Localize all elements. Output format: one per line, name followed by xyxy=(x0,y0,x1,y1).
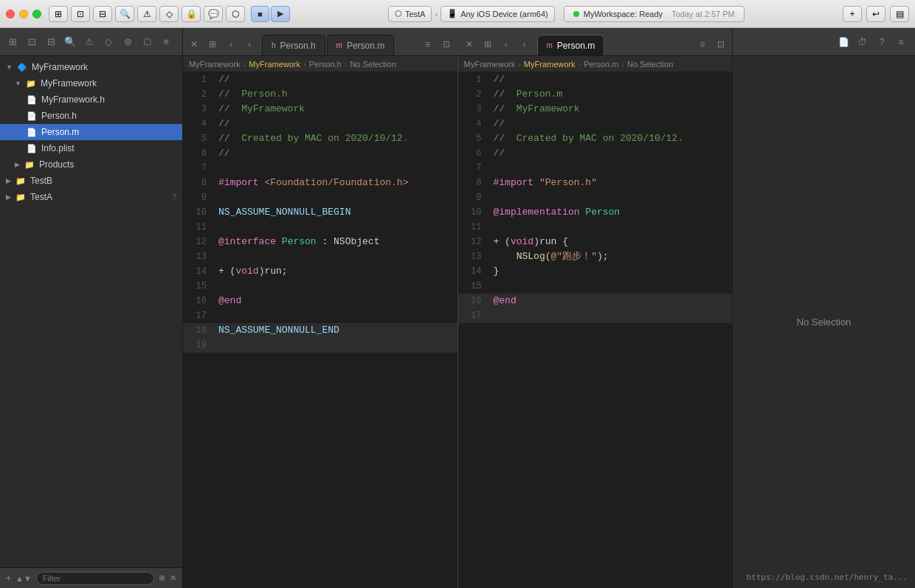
code-line: 7 xyxy=(183,161,458,176)
sidebar-btn-8[interactable]: ⬡ xyxy=(139,34,155,50)
rbc-sep1: › xyxy=(518,60,521,69)
sidebar-btn-5[interactable]: ⚠ xyxy=(81,34,97,50)
lock-btn[interactable]: 🔒 xyxy=(182,6,201,22)
folder-icon: 📁 xyxy=(24,160,35,170)
sidebar-label-myframework-h: MyFramework.h xyxy=(41,94,105,105)
root-label: MyFramework xyxy=(32,62,88,72)
sidebar-item-products[interactable]: ▶ 📁 Products xyxy=(0,156,182,173)
left-grid-btn[interactable]: ⊞ xyxy=(204,36,221,52)
bc-sep3: › xyxy=(345,60,348,69)
diamond-btn[interactable]: ◇ xyxy=(159,6,179,22)
sidebar-item-testb[interactable]: ▶ 📁 TestB xyxy=(0,173,182,189)
search-btn[interactable]: 🔍 xyxy=(115,6,134,22)
left-layout-btn[interactable]: ≡ xyxy=(420,36,436,52)
hierarchy-btn[interactable]: ⊟ xyxy=(93,6,112,22)
code-line: 5 // Created by MAC on 2020/10/12. xyxy=(458,131,733,146)
left-close-btn[interactable]: ✕ xyxy=(186,36,202,52)
sidebar-btn-7[interactable]: ⊛ xyxy=(120,34,136,50)
right-prev-btn[interactable]: ‹ xyxy=(498,36,514,52)
warning-btn[interactable]: ⚠ xyxy=(137,6,156,22)
tab-person-m-left[interactable]: m Person.m xyxy=(327,35,395,55)
left-expand-btn[interactable]: ⊡ xyxy=(438,36,455,52)
minimize-button[interactable] xyxy=(19,10,28,18)
titlebar-center: ⬡ TestA › 📱 Any iOS Device (arm64) MyWor… xyxy=(290,6,843,22)
sidebar-toolbar: ⊞ ⊡ ⊟ 🔍 ⚠ ◇ ⊛ ⬡ ≡ xyxy=(0,28,182,56)
rp-btn-3[interactable]: ? xyxy=(874,34,890,50)
sidebar-btn-6[interactable]: ◇ xyxy=(100,34,117,50)
m-file-icon: 📄 xyxy=(27,128,37,137)
sidebar-btn-4[interactable]: 🔍 xyxy=(62,34,78,50)
sidebar-label-person-h: Person.h xyxy=(41,111,77,121)
right-code-area[interactable]: 1 // 2 // Person.m 3 // MyFramework 4 // xyxy=(458,72,733,588)
left-prev-btn[interactable]: ‹ xyxy=(223,36,239,52)
folder-icon: 📁 xyxy=(26,79,36,89)
rp-btn-2[interactable]: ⏱ xyxy=(854,34,871,50)
sort-icon[interactable]: ▲▼ xyxy=(15,574,32,583)
code-line: 9 xyxy=(183,190,458,205)
new-tab-btn[interactable]: + xyxy=(843,6,862,22)
arrow-icon: ▼ xyxy=(15,80,21,87)
right-next-btn[interactable]: › xyxy=(517,36,533,52)
tab-label-person-m-left: Person.m xyxy=(347,41,384,51)
no-selection-label: No Selection xyxy=(797,317,852,328)
left-next-btn[interactable]: › xyxy=(241,36,258,52)
arrow-icon: ▶ xyxy=(6,177,11,184)
filter-input[interactable] xyxy=(36,572,154,585)
code-line: 9 xyxy=(458,190,733,205)
right-tab-right-btns: ≡ ⊡ xyxy=(694,36,729,52)
titlebar-right: + ↩ ▤ xyxy=(843,6,909,22)
sidebar-btn-1[interactable]: ⊞ xyxy=(4,34,21,50)
m-icon: m xyxy=(547,41,553,49)
sidebar-item-root[interactable]: ▼ 🔷 MyFramework xyxy=(0,59,182,75)
code-line: 10 @implementation Person xyxy=(458,205,733,220)
breakpoint-btn[interactable]: ⬡ xyxy=(226,6,245,22)
sidebar-btn-9[interactable]: ≡ xyxy=(158,34,174,50)
right-layout-btn[interactable]: ≡ xyxy=(694,36,711,52)
left-tab-right-btns: ≡ ⊡ xyxy=(420,36,455,52)
testa-badge: ? xyxy=(172,193,176,201)
run-button[interactable]: ▶ xyxy=(271,6,290,22)
close-button[interactable] xyxy=(6,10,15,18)
sidebar-item-testa[interactable]: ▶ 📁 TestA ? xyxy=(0,189,182,205)
sidebar-item-myframework-h[interactable]: 📄 MyFramework.h xyxy=(0,91,182,108)
rp-btn-4[interactable]: ≡ xyxy=(893,34,909,50)
rp-btn-1[interactable]: 📄 xyxy=(835,34,852,50)
speech-btn[interactable]: 💬 xyxy=(204,6,223,22)
add-icon[interactable]: + xyxy=(6,573,11,584)
right-grid-btn[interactable]: ⊞ xyxy=(480,36,496,52)
filter-clear-icon[interactable]: ✕ xyxy=(170,573,176,583)
sidebar-btn-3[interactable]: ⊟ xyxy=(43,34,59,50)
editor-area: ✕ ⊞ ‹ › h Person.h m Person.m ≡ ⊡ xyxy=(183,28,732,588)
sidebar-label-testa: TestA xyxy=(30,192,52,202)
left-code-area[interactable]: 1 // 2 // Person.h 3 // MyFramework 4 // xyxy=(183,72,458,588)
code-line: 13 xyxy=(183,249,458,264)
sidebar-label-myframework: MyFramework xyxy=(41,78,97,89)
toolbar-icon-btn[interactable]: ⊡ xyxy=(71,6,90,22)
sidebar-item-myframework[interactable]: ▼ 📁 MyFramework xyxy=(0,75,182,91)
right-close-btn[interactable]: ✕ xyxy=(461,36,477,52)
tab-person-m-right[interactable]: m Person.m xyxy=(537,35,605,55)
tab-person-h[interactable]: h Person.h xyxy=(262,35,325,55)
stop-button[interactable]: ■ xyxy=(251,6,269,22)
sidebar-btn-2[interactable]: ⊡ xyxy=(24,34,40,50)
right-panel-body: No Selection xyxy=(733,56,915,588)
maximize-button[interactable] xyxy=(32,10,41,18)
sidebar-item-person-m[interactable]: 📄 Person.m xyxy=(0,124,182,140)
split-view-btn[interactable]: ▤ xyxy=(890,6,909,22)
sidebar-toggle-btn[interactable]: ⊞ xyxy=(49,6,68,22)
folder-icon: 📁 xyxy=(15,193,26,202)
scheme-label: TestA xyxy=(405,10,426,18)
bc-myframework2: MyFramework xyxy=(249,60,300,69)
left-tab-bar: ✕ ⊞ ‹ › h Person.h m Person.m ≡ ⊡ xyxy=(183,28,458,55)
arrow-icon: ▶ xyxy=(6,193,11,201)
right-editor-pane: MyFramework › MyFramework › Person.m › N… xyxy=(458,56,733,588)
enter-btn[interactable]: ↩ xyxy=(866,6,885,22)
device-selector[interactable]: 📱 Any iOS Device (arm64) xyxy=(441,6,555,22)
filter-add-icon[interactable]: ⊕ xyxy=(159,573,165,583)
sidebar-item-info-plist[interactable]: 📄 Info.plist xyxy=(0,140,182,156)
h-icon: h xyxy=(272,41,276,49)
sidebar-item-person-h[interactable]: 📄 Person.h xyxy=(0,108,182,124)
bc-no-selection-left: No Selection xyxy=(350,60,396,69)
scheme-selector[interactable]: ⬡ TestA xyxy=(388,6,432,22)
right-expand-btn[interactable]: ⊡ xyxy=(713,36,729,52)
